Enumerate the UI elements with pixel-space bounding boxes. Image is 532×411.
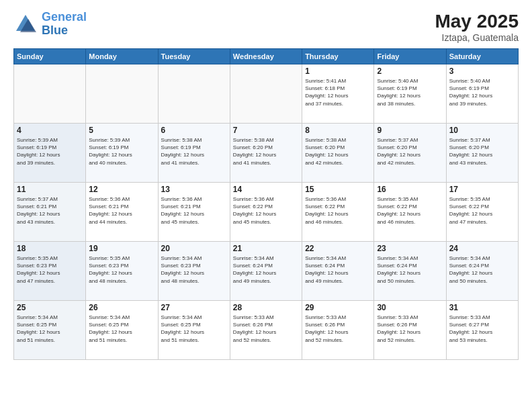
calendar: SundayMondayTuesdayWednesdayThursdayFrid…: [13, 48, 519, 360]
day-info: Sunrise: 5:34 AM Sunset: 6:23 PM Dayligh…: [161, 255, 227, 285]
day-number: 2: [377, 66, 443, 76]
day-number: 12: [89, 185, 154, 194]
day-info: Sunrise: 5:38 AM Sunset: 6:20 PM Dayligh…: [305, 136, 371, 167]
day-number: 19: [89, 244, 154, 253]
logo-icon: [13, 12, 38, 36]
day-info: Sunrise: 5:36 AM Sunset: 6:22 PM Dayligh…: [233, 195, 299, 226]
calendar-cell: 30Sunrise: 5:33 AM Sunset: 6:26 PM Dayli…: [374, 301, 446, 360]
day-info: Sunrise: 5:36 AM Sunset: 6:21 PM Dayligh…: [89, 195, 154, 226]
day-number: 10: [449, 126, 515, 135]
day-number: 16: [377, 185, 443, 194]
day-info: Sunrise: 5:39 AM Sunset: 6:19 PM Dayligh…: [17, 136, 83, 167]
calendar-cell: 10Sunrise: 5:37 AM Sunset: 6:20 PM Dayli…: [446, 124, 518, 183]
day-number: 18: [17, 244, 83, 253]
day-info: Sunrise: 5:35 AM Sunset: 6:23 PM Dayligh…: [89, 255, 154, 285]
day-number: 17: [449, 185, 515, 194]
calendar-cell: [86, 64, 158, 124]
day-info: Sunrise: 5:34 AM Sunset: 6:24 PM Dayligh…: [377, 255, 443, 285]
calendar-cell: 4Sunrise: 5:39 AM Sunset: 6:19 PM Daylig…: [14, 124, 86, 183]
calendar-cell: 16Sunrise: 5:35 AM Sunset: 6:22 PM Dayli…: [374, 183, 446, 242]
week-row-2: 4Sunrise: 5:39 AM Sunset: 6:19 PM Daylig…: [14, 124, 519, 183]
calendar-cell: 27Sunrise: 5:34 AM Sunset: 6:25 PM Dayli…: [158, 301, 230, 360]
weekday-header-row: SundayMondayTuesdayWednesdayThursdayFrid…: [14, 49, 519, 64]
day-info: Sunrise: 5:36 AM Sunset: 6:21 PM Dayligh…: [161, 195, 227, 226]
calendar-cell: 13Sunrise: 5:36 AM Sunset: 6:21 PM Dayli…: [158, 183, 230, 242]
day-number: 1: [305, 66, 371, 76]
day-number: 3: [449, 66, 515, 76]
month-title: May 2025: [435, 11, 519, 32]
calendar-cell: 22Sunrise: 5:34 AM Sunset: 6:24 PM Dayli…: [302, 242, 374, 301]
calendar-cell: 7Sunrise: 5:38 AM Sunset: 6:20 PM Daylig…: [230, 124, 302, 183]
week-row-4: 18Sunrise: 5:35 AM Sunset: 6:23 PM Dayli…: [14, 242, 519, 301]
day-info: Sunrise: 5:37 AM Sunset: 6:20 PM Dayligh…: [377, 136, 443, 167]
day-info: Sunrise: 5:33 AM Sunset: 6:26 PM Dayligh…: [233, 314, 299, 344]
day-info: Sunrise: 5:38 AM Sunset: 6:19 PM Dayligh…: [161, 136, 227, 167]
calendar-cell: 19Sunrise: 5:35 AM Sunset: 6:23 PM Dayli…: [86, 242, 158, 301]
day-number: 27: [161, 303, 227, 312]
calendar-cell: 1Sunrise: 5:41 AM Sunset: 6:18 PM Daylig…: [302, 64, 374, 124]
day-info: Sunrise: 5:34 AM Sunset: 6:24 PM Dayligh…: [305, 255, 371, 285]
day-info: Sunrise: 5:40 AM Sunset: 6:19 PM Dayligh…: [377, 77, 443, 107]
location: Iztapa, Guatemala: [435, 32, 519, 43]
calendar-cell: 18Sunrise: 5:35 AM Sunset: 6:23 PM Dayli…: [14, 242, 86, 301]
day-number: 13: [161, 185, 227, 194]
calendar-cell: 15Sunrise: 5:36 AM Sunset: 6:22 PM Dayli…: [302, 183, 374, 242]
calendar-cell: 28Sunrise: 5:33 AM Sunset: 6:26 PM Dayli…: [230, 301, 302, 360]
day-number: 5: [89, 126, 154, 135]
calendar-cell: 17Sunrise: 5:35 AM Sunset: 6:22 PM Dayli…: [446, 183, 518, 242]
day-number: 26: [89, 303, 154, 312]
day-number: 9: [377, 126, 443, 135]
calendar-cell: 31Sunrise: 5:33 AM Sunset: 6:27 PM Dayli…: [446, 301, 518, 360]
weekday-header-friday: Friday: [374, 49, 446, 64]
day-info: Sunrise: 5:34 AM Sunset: 6:24 PM Dayligh…: [449, 255, 515, 285]
calendar-cell: 29Sunrise: 5:33 AM Sunset: 6:26 PM Dayli…: [302, 301, 374, 360]
day-number: 6: [161, 126, 227, 135]
day-number: 23: [377, 244, 443, 253]
day-number: 30: [377, 303, 443, 312]
day-number: 28: [233, 303, 299, 312]
calendar-cell: 25Sunrise: 5:34 AM Sunset: 6:25 PM Dayli…: [14, 301, 86, 360]
calendar-cell: [230, 64, 302, 124]
day-info: Sunrise: 5:34 AM Sunset: 6:25 PM Dayligh…: [161, 314, 227, 344]
calendar-cell: 2Sunrise: 5:40 AM Sunset: 6:19 PM Daylig…: [374, 64, 446, 124]
day-number: 8: [305, 126, 371, 135]
day-info: Sunrise: 5:33 AM Sunset: 6:26 PM Dayligh…: [377, 314, 443, 344]
week-row-5: 25Sunrise: 5:34 AM Sunset: 6:25 PM Dayli…: [14, 301, 519, 360]
page: General Blue May 2025 Iztapa, Guatemala …: [0, 0, 532, 411]
day-number: 15: [305, 185, 371, 194]
calendar-cell: [14, 64, 86, 124]
logo-blue: Blue: [42, 24, 68, 37]
day-info: Sunrise: 5:40 AM Sunset: 6:19 PM Dayligh…: [449, 77, 515, 107]
day-info: Sunrise: 5:33 AM Sunset: 6:27 PM Dayligh…: [449, 314, 515, 344]
weekday-header-wednesday: Wednesday: [230, 49, 302, 64]
day-number: 7: [233, 126, 299, 135]
day-info: Sunrise: 5:34 AM Sunset: 6:25 PM Dayligh…: [89, 314, 154, 344]
calendar-cell: 8Sunrise: 5:38 AM Sunset: 6:20 PM Daylig…: [302, 124, 374, 183]
day-info: Sunrise: 5:35 AM Sunset: 6:23 PM Dayligh…: [17, 255, 83, 285]
logo-general: General: [42, 10, 87, 24]
day-info: Sunrise: 5:34 AM Sunset: 6:24 PM Dayligh…: [233, 255, 299, 285]
day-number: 22: [305, 244, 371, 253]
weekday-header-sunday: Sunday: [14, 49, 86, 64]
calendar-cell: 3Sunrise: 5:40 AM Sunset: 6:19 PM Daylig…: [446, 64, 518, 124]
day-number: 29: [305, 303, 371, 312]
day-info: Sunrise: 5:41 AM Sunset: 6:18 PM Dayligh…: [305, 77, 371, 107]
day-number: 14: [233, 185, 299, 194]
day-number: 20: [161, 244, 227, 253]
day-info: Sunrise: 5:37 AM Sunset: 6:20 PM Dayligh…: [449, 136, 515, 167]
logo-text: General Blue: [42, 11, 87, 38]
calendar-cell: 20Sunrise: 5:34 AM Sunset: 6:23 PM Dayli…: [158, 242, 230, 301]
calendar-cell: 12Sunrise: 5:36 AM Sunset: 6:21 PM Dayli…: [86, 183, 158, 242]
day-number: 31: [449, 303, 515, 312]
weekday-header-tuesday: Tuesday: [158, 49, 230, 64]
logo: General Blue: [13, 11, 87, 38]
week-row-3: 11Sunrise: 5:37 AM Sunset: 6:21 PM Dayli…: [14, 183, 519, 242]
calendar-cell: 6Sunrise: 5:38 AM Sunset: 6:19 PM Daylig…: [158, 124, 230, 183]
calendar-cell: 11Sunrise: 5:37 AM Sunset: 6:21 PM Dayli…: [14, 183, 86, 242]
calendar-cell: 26Sunrise: 5:34 AM Sunset: 6:25 PM Dayli…: [86, 301, 158, 360]
day-info: Sunrise: 5:33 AM Sunset: 6:26 PM Dayligh…: [305, 314, 371, 344]
weekday-header-thursday: Thursday: [302, 49, 374, 64]
day-info: Sunrise: 5:38 AM Sunset: 6:20 PM Dayligh…: [233, 136, 299, 167]
day-info: Sunrise: 5:35 AM Sunset: 6:22 PM Dayligh…: [449, 195, 515, 226]
week-row-1: 1Sunrise: 5:41 AM Sunset: 6:18 PM Daylig…: [14, 64, 519, 124]
